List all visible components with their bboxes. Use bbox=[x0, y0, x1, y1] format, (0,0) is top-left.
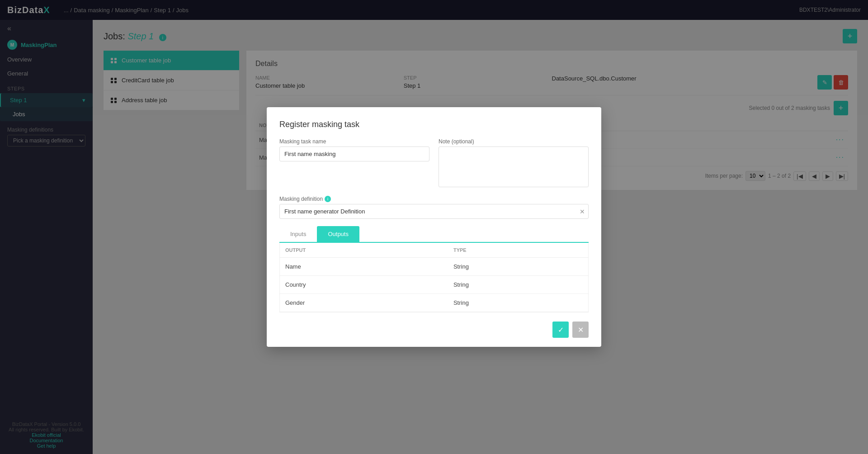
modal-form-row-1: Masking task name Note (optional) bbox=[279, 138, 589, 189]
modal-table-container: OUTPUT TYPE Name String Country String G… bbox=[279, 243, 589, 312]
output-row-3: Gender String bbox=[280, 294, 588, 312]
tab-inputs[interactable]: Inputs bbox=[279, 226, 317, 242]
register-masking-task-modal: Register masking task Masking task name … bbox=[267, 107, 601, 347]
modal-title: Register masking task bbox=[279, 120, 589, 129]
col-type: TYPE bbox=[448, 243, 588, 258]
masking-def-input[interactable] bbox=[279, 204, 589, 219]
output-row-2: Country String bbox=[280, 276, 588, 294]
masking-def-input-group: ✕ bbox=[279, 204, 589, 219]
modal-task-name-col: Masking task name bbox=[279, 138, 429, 189]
masking-def-form-label: Masking definition i bbox=[279, 196, 589, 202]
modal-note-col: Note (optional) bbox=[439, 138, 589, 189]
tab-outputs[interactable]: Outputs bbox=[317, 226, 359, 242]
modal-output-table: OUTPUT TYPE Name String Country String G… bbox=[280, 243, 588, 312]
output-row-1: Name String bbox=[280, 258, 588, 276]
modal-tabs: Inputs Outputs bbox=[279, 226, 589, 243]
output-type-2: String bbox=[448, 276, 588, 294]
masking-def-clear-button[interactable]: ✕ bbox=[580, 208, 585, 215]
modal-cancel-button[interactable]: ✕ bbox=[572, 322, 589, 338]
modal-confirm-button[interactable]: ✓ bbox=[552, 322, 569, 338]
note-label: Note (optional) bbox=[439, 138, 589, 145]
masking-def-info-icon: i bbox=[325, 196, 331, 202]
output-name-1: Name bbox=[280, 258, 448, 276]
modal-masking-def-row: Masking definition i ✕ bbox=[279, 196, 589, 219]
modal-overlay: Register masking task Masking task name … bbox=[0, 0, 868, 454]
modal-footer: ✓ ✕ bbox=[279, 322, 589, 338]
output-type-3: String bbox=[448, 294, 588, 312]
output-type-1: String bbox=[448, 258, 588, 276]
note-textarea[interactable] bbox=[439, 147, 589, 187]
task-name-label: Masking task name bbox=[279, 138, 429, 145]
output-name-2: Country bbox=[280, 276, 448, 294]
output-name-3: Gender bbox=[280, 294, 448, 312]
col-output: OUTPUT bbox=[280, 243, 448, 258]
task-name-input[interactable] bbox=[279, 147, 429, 161]
